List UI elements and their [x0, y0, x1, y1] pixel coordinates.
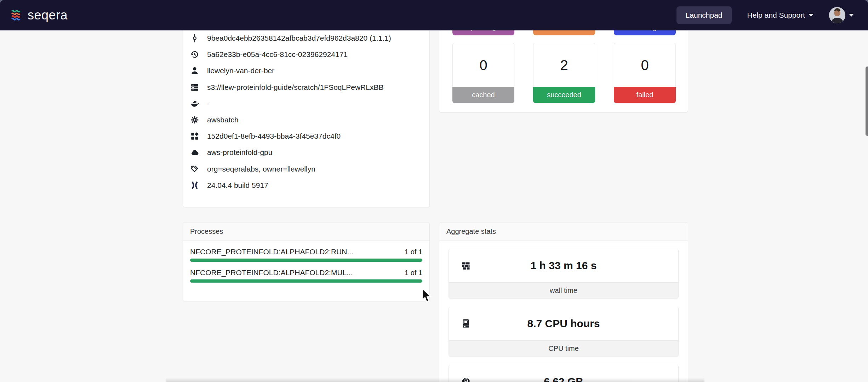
cpu-time-value: 8.7 CPU hours [527, 318, 600, 330]
app-window: seqera Launchpad Help and Support [0, 0, 868, 382]
history-icon [190, 50, 199, 59]
cloud-icon [190, 148, 199, 157]
session-id-value: 5a62e33b-e05a-4cc6-81cc-023962924171 [207, 50, 348, 59]
metadata-row: 152d0ef1-8efb-4493-bba4-3f45e37dc4f0 [190, 128, 422, 144]
metadata-row: org=seqeralabs, owner=llewellyn [190, 161, 422, 177]
status-card-cached[interactable]: 0 cached [452, 43, 514, 103]
processes-card: Processes NFCORE_PROTEINFOLD:ALPHAFOLD2:… [183, 222, 430, 301]
status-card-failed[interactable]: 0 failed [614, 43, 676, 103]
status-bar-label: running [633, 30, 657, 31]
succeeded-count: 2 [533, 43, 595, 87]
process-row[interactable]: NFCORE_PROTEINFOLD:ALPHAFOLD2:RUN... 1 o… [190, 246, 422, 262]
gear-icon [190, 115, 199, 125]
launch-user-value: llewelyn-van-der-ber [207, 66, 274, 75]
metadata-row: aws-proteinfold-gpu [190, 144, 422, 161]
stat-card-wall-time: 1 h 33 m 16 s wall time [449, 249, 679, 299]
status-card-succeeded[interactable]: 2 succeeded [533, 43, 595, 103]
process-name: NFCORE_PROTEINFOLD:ALPHAFOLD2:RUN... [190, 248, 353, 256]
progress-bar [190, 279, 422, 283]
seqera-logo[interactable]: seqera [10, 8, 68, 23]
cached-count: 0 [452, 43, 514, 87]
status-label: failed [636, 91, 653, 99]
nextflow-version-value: 24.04.4 build 5917 [207, 181, 268, 190]
process-name: NFCORE_PROTEINFOLD:ALPHAFOLD2:MUL... [190, 268, 353, 277]
avatar-image [829, 7, 845, 23]
status-bar-submitted[interactable]: submitted [533, 30, 595, 35]
status-bars-clipped: pending submitted running [439, 30, 688, 35]
process-count: 1 of 1 [405, 248, 422, 256]
chevron-down-icon [849, 14, 854, 17]
cpu-time-label: CPU time [449, 340, 678, 357]
tags-icon [190, 164, 199, 174]
status-bar-pending[interactable]: pending [452, 30, 514, 35]
docker-icon [190, 99, 199, 108]
help-and-support-label: Help and Support [747, 11, 805, 19]
container-value: - [207, 99, 210, 108]
metadata-row: 5a62e33b-e05a-4cc6-81cc-023962924171 [190, 46, 422, 63]
aggregate-stats-card: Aggregate stats 1 h 33 m 16 s wall time … [439, 222, 688, 382]
main-content: 9bea0dc4ebb26358142afbcab3d7efd962d3a820… [0, 30, 868, 382]
avatar [829, 7, 845, 23]
bricks-icon [461, 261, 471, 271]
git-commit-icon [190, 34, 199, 43]
progress-track [190, 279, 422, 283]
tasks-status-card: pending submitted running 0 cached 2 suc… [439, 30, 688, 112]
workdir-value: s3://llew-proteinfold-guide/scratch/1FSo… [207, 83, 383, 92]
metadata-row: llewelyn-van-der-ber [190, 63, 422, 79]
executor-value: awsbatch [207, 116, 239, 124]
status-label: succeeded [547, 91, 581, 99]
cached-label: cached [452, 87, 514, 103]
status-label: cached [472, 91, 495, 99]
process-count: 1 of 1 [405, 269, 422, 277]
launchpad-button[interactable]: Launchpad [676, 6, 732, 24]
compute-env-name-value: aws-proteinfold-gpu [207, 148, 272, 157]
commit-id-value: 9bea0dc4ebb26358142afbcab3d7efd962d3a820… [207, 34, 391, 42]
status-bar-label: pending [471, 30, 496, 31]
status-bar-running[interactable]: running [614, 30, 676, 35]
status-bar-label: submitted [549, 30, 579, 31]
metadata-row: 24.04.4 build 5917 [190, 177, 422, 193]
brand-name: seqera [28, 8, 68, 23]
progress-bar [190, 259, 422, 262]
apps-icon [190, 132, 199, 141]
nextflow-icon [190, 181, 199, 190]
seqera-logo-icon [10, 9, 23, 21]
process-row[interactable]: NFCORE_PROTEINFOLD:ALPHAFOLD2:MUL... 1 o… [190, 267, 422, 283]
failed-label: failed [614, 87, 676, 103]
failed-count: 0 [614, 43, 676, 87]
computer-icon [461, 319, 471, 329]
processes-header: Processes [183, 222, 429, 241]
metadata-row: 9bea0dc4ebb26358142afbcab3d7efd962d3a820… [190, 30, 422, 46]
top-navbar: seqera Launchpad Help and Support [0, 0, 868, 30]
progress-track [190, 259, 422, 262]
server-icon [190, 83, 199, 92]
wall-time-label: wall time [449, 282, 678, 299]
aggregate-stats-header: Aggregate stats [439, 222, 688, 241]
vertical-scrollbar-thumb[interactable] [866, 66, 868, 136]
user-menu[interactable] [829, 7, 854, 23]
run-metadata-card: 9bea0dc4ebb26358142afbcab3d7efd962d3a820… [183, 30, 430, 207]
labels-value: org=seqeralabs, owner=llewellyn [207, 165, 315, 173]
metadata-row: - [190, 96, 422, 112]
stat-card-cpu-time: 8.7 CPU hours CPU time [449, 307, 679, 357]
metadata-row: awsbatch [190, 112, 422, 128]
succeeded-label: succeeded [533, 87, 595, 103]
wall-time-value: 1 h 33 m 16 s [531, 260, 597, 272]
window-bottom-shadow [166, 378, 704, 382]
user-icon [190, 66, 199, 75]
chevron-down-icon [809, 14, 813, 17]
compute-env-id-value: 152d0ef1-8efb-4493-bba4-3f45e37dc4f0 [207, 132, 341, 140]
metadata-row: s3://llew-proteinfold-guide/scratch/1FSo… [190, 79, 422, 96]
help-and-support-menu[interactable]: Help and Support [747, 11, 813, 19]
